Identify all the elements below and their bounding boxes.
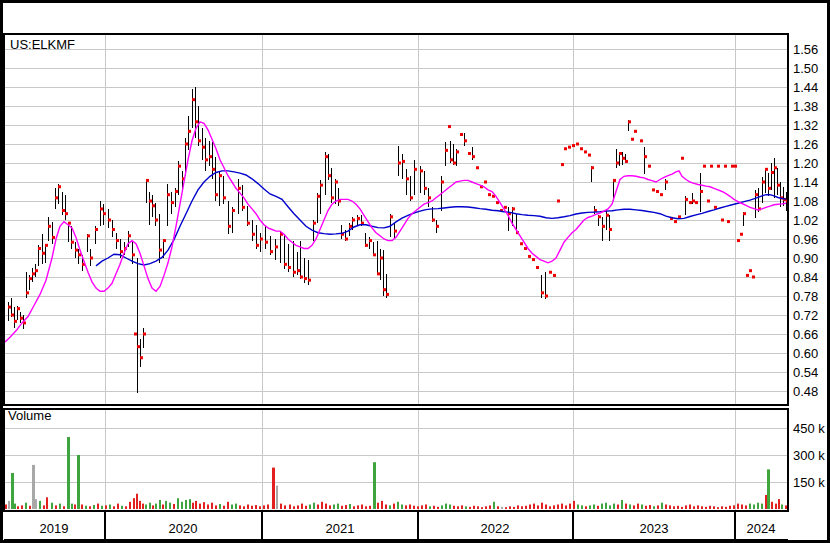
volume-bar [14,504,16,509]
year-label: 2019 [40,521,69,536]
volume-bar [775,504,777,509]
volume-bar [289,505,291,510]
close-dot [541,291,544,294]
volume-bar [709,506,711,509]
volume-bar [173,504,175,509]
volume-bar [247,505,249,510]
close-dot [242,206,245,209]
close-dot [743,212,746,215]
volume-bar [373,462,376,509]
price-tick-label: 1.44 [793,80,818,95]
close-dot [134,333,137,336]
volume-bar [59,504,61,509]
close-dot [689,201,692,204]
volume-bar [199,504,201,509]
volume-bar [259,506,261,509]
close-dot [420,169,423,172]
price-tick-label: 1.14 [793,175,818,190]
close-dot [398,162,401,165]
volume-bar [545,505,547,510]
volume-bar [207,505,209,510]
volume-bar [765,495,767,509]
volume-bar [235,504,237,509]
volume-bar [541,503,543,509]
volume-bar [645,506,647,509]
close-dot [450,158,453,161]
volume-bar [673,506,675,509]
price-tick-label: 1.08 [793,194,818,209]
close-dot [357,217,360,220]
close-dot [175,190,178,193]
close-dot [464,139,467,142]
close-dot [703,165,706,168]
close-dot [192,98,195,101]
close-dot [55,196,58,199]
close-dot [132,253,135,256]
volume-bar [139,501,141,509]
year-axis: 201920202021202220232024 [40,511,776,540]
close-dot [640,139,643,142]
close-dot [159,249,162,252]
volume-bar [297,505,299,509]
close-dot [432,219,435,222]
volume-bar [577,505,579,510]
volume-bar [473,506,475,509]
close-dot [75,249,78,252]
volume-bar [159,500,161,509]
close-dot [488,193,491,196]
close-dot [549,271,552,274]
volume-bar [381,501,383,509]
close-dot [112,228,115,231]
volume-tick-label: 150 k [793,475,825,490]
volume-bar [35,499,37,509]
volume-bar [133,498,135,509]
year-label: 2021 [326,521,355,536]
volume-bar [169,503,171,509]
volume-bar [597,506,599,509]
close-dot [328,174,331,177]
volume-bar [757,503,759,509]
close-dot [731,165,734,168]
close-dot [369,239,372,242]
volume-bar [333,505,335,510]
price-tick-label: 1.38 [793,99,818,114]
close-dot [777,184,780,187]
volume-bar [393,504,395,509]
close-dot [771,171,774,174]
volume-bar [203,502,205,509]
close-dot [564,147,567,150]
close-dot [448,125,451,128]
close-dot [740,233,743,236]
volume-bar [219,504,221,509]
volume-bar [105,505,107,509]
volume-tick-label: 300 k [793,448,825,463]
volume-bar [337,504,339,509]
volume-bar [227,502,229,509]
year-label: 2022 [481,521,510,536]
close-dot [468,152,471,155]
volume-bar [189,499,191,509]
stock-chart-svg: 1.561.501.441.381.321.261.201.141.081.02… [0,0,830,543]
price-tick-label: 0.84 [793,270,818,285]
close-dot [631,138,634,141]
volume-bar [267,505,269,510]
close-dot [619,152,622,155]
volume-bar [593,505,595,510]
close-dot [428,196,431,199]
close-dot [87,234,90,237]
close-dot [734,165,737,168]
volume-bar [641,505,643,510]
volume-bar [349,504,351,509]
volume-bar [113,506,115,509]
volume-bar [67,437,70,509]
volume-bar [617,505,619,510]
volume-bar [465,506,467,509]
volume-bar [533,504,535,509]
year-label: 2020 [169,521,198,536]
close-dot [441,181,444,184]
volume-bar [293,506,295,509]
close-dot [219,174,222,177]
close-dot [572,144,575,147]
volume-bar [767,469,770,509]
volume-bar [665,505,667,510]
